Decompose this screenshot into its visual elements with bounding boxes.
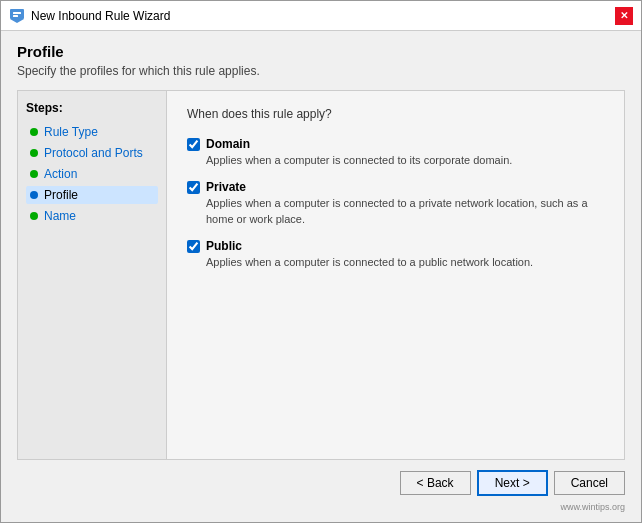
domain-item: Domain Applies when a computer is connec… xyxy=(187,137,604,168)
window-title: New Inbound Rule Wizard xyxy=(31,9,170,23)
sidebar-item-profile[interactable]: Profile xyxy=(26,186,158,204)
sidebar-item-protocol-ports[interactable]: Protocol and Ports xyxy=(26,144,158,162)
dot-icon-name xyxy=(30,212,38,220)
domain-row: Domain xyxy=(187,137,604,151)
dot-icon-action xyxy=(30,170,38,178)
right-panel: When does this rule apply? Domain Applie… xyxy=(167,90,625,460)
dot-icon-profile xyxy=(30,191,38,199)
close-button[interactable]: ✕ xyxy=(615,7,633,25)
title-bar-left: New Inbound Rule Wizard xyxy=(9,8,170,24)
watermark: www.wintips.org xyxy=(17,500,625,514)
checkbox-group: Domain Applies when a computer is connec… xyxy=(187,137,604,271)
domain-label[interactable]: Domain xyxy=(206,137,250,151)
private-row: Private xyxy=(187,180,604,194)
title-bar: New Inbound Rule Wizard ✕ xyxy=(1,1,641,31)
wizard-window: New Inbound Rule Wizard ✕ Profile Specif… xyxy=(0,0,642,523)
svg-rect-2 xyxy=(13,12,21,14)
public-checkbox[interactable] xyxy=(187,240,200,253)
cancel-button[interactable]: Cancel xyxy=(554,471,625,495)
sidebar-label-rule-type: Rule Type xyxy=(44,125,98,139)
sidebar-label-name: Name xyxy=(44,209,76,223)
public-row: Public xyxy=(187,239,604,253)
dot-icon-rule-type xyxy=(30,128,38,136)
sidebar-label-protocol-ports: Protocol and Ports xyxy=(44,146,143,160)
sidebar-label-profile: Profile xyxy=(44,188,78,202)
footer: < Back Next > Cancel xyxy=(17,460,625,500)
svg-marker-1 xyxy=(10,19,24,23)
public-label[interactable]: Public xyxy=(206,239,242,253)
page-subtitle: Specify the profiles for which this rule… xyxy=(17,64,625,78)
content-area: Profile Specify the profiles for which t… xyxy=(1,31,641,522)
sidebar-item-rule-type[interactable]: Rule Type xyxy=(26,123,158,141)
dot-icon-protocol-ports xyxy=(30,149,38,157)
sidebar: Steps: Rule Type Protocol and Ports Acti… xyxy=(17,90,167,460)
back-button[interactable]: < Back xyxy=(400,471,471,495)
domain-description: Applies when a computer is connected to … xyxy=(206,153,604,168)
sidebar-label-action: Action xyxy=(44,167,77,181)
sidebar-title: Steps: xyxy=(26,101,158,115)
sidebar-item-action[interactable]: Action xyxy=(26,165,158,183)
svg-rect-3 xyxy=(13,15,18,17)
next-button[interactable]: Next > xyxy=(477,470,548,496)
main-layout: Steps: Rule Type Protocol and Ports Acti… xyxy=(17,90,625,460)
private-item: Private Applies when a computer is conne… xyxy=(187,180,604,227)
page-title: Profile xyxy=(17,43,625,60)
public-description: Applies when a computer is connected to … xyxy=(206,255,604,270)
sidebar-item-name[interactable]: Name xyxy=(26,207,158,225)
private-label[interactable]: Private xyxy=(206,180,246,194)
domain-checkbox[interactable] xyxy=(187,138,200,151)
wizard-icon xyxy=(9,8,25,24)
public-item: Public Applies when a computer is connec… xyxy=(187,239,604,270)
question-text: When does this rule apply? xyxy=(187,107,604,121)
private-checkbox[interactable] xyxy=(187,181,200,194)
private-description: Applies when a computer is connected to … xyxy=(206,196,604,227)
